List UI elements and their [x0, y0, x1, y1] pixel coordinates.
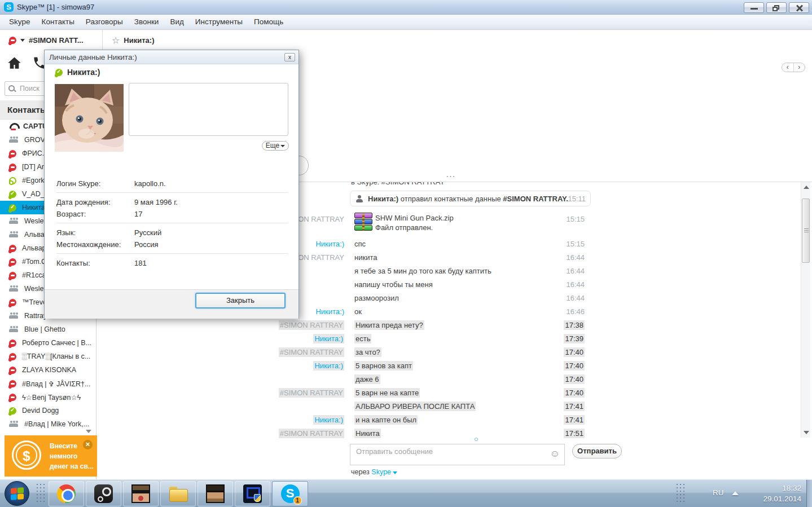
- show-desktop-button[interactable]: [806, 480, 812, 507]
- field-divider: [56, 192, 288, 193]
- message-time: 16:44: [542, 251, 585, 264]
- contact-name: Blue | Ghetto: [24, 325, 65, 333]
- show-hidden-icons-button[interactable]: [732, 491, 739, 495]
- menu-item[interactable]: Инструменты: [190, 15, 248, 29]
- message-time: 17:40: [542, 373, 585, 386]
- message-time: 16:44: [542, 264, 585, 278]
- credit-ad-banner[interactable]: $ Внесите немного денег на св... ×: [5, 435, 97, 477]
- person-icon: [356, 195, 363, 202]
- contacts-scroll-down-icon[interactable]: [86, 430, 91, 433]
- message-text: и на капте он был: [354, 413, 418, 427]
- message-sender: Никита:): [96, 332, 344, 346]
- profile-field: Местонахождение:Россия: [56, 239, 288, 250]
- menu-item[interactable]: Контакты: [36, 15, 80, 29]
- contact-row[interactable]: ░TRAY░[Кланы в с...: [0, 350, 96, 363]
- taskbar-button-mta[interactable]: [235, 481, 270, 506]
- dialog-close-button[interactable]: Закрыть: [195, 293, 286, 308]
- dnd-status-icon: [9, 258, 16, 266]
- minimize-button[interactable]: [744, 2, 764, 13]
- contact-row[interactable]: #Влад | ✞ JÅVIΣR†...: [0, 377, 96, 390]
- message-text: спс: [354, 237, 366, 251]
- contact-name: #R1cca: [22, 271, 46, 279]
- message-row: АЛЬВАРО РИВЕРА ПОСЛЕ КАПТА17:41: [96, 400, 812, 413]
- menu-item[interactable]: Skype: [3, 15, 36, 29]
- message-sender: #SIMON RATTRAY: [96, 386, 344, 400]
- nav-back-button[interactable]: ‹: [782, 63, 794, 72]
- taskbar-button-chrome[interactable]: [49, 481, 84, 506]
- dnd-status-icon: [9, 353, 16, 360]
- contact-row[interactable]: Blue | Ghetto: [0, 323, 96, 336]
- online-status-icon: ✓: [9, 407, 16, 415]
- scroll-thumb[interactable]: [802, 199, 810, 263]
- scroll-down-icon[interactable]: [804, 431, 809, 434]
- message-text: я тебе за 5 мин до того как буду каптить: [354, 264, 491, 278]
- tray-grip: [676, 483, 685, 504]
- contact-row[interactable]: ϟ☆Benj Taysøn☆ϟ: [0, 390, 96, 404]
- message-sender: #SIMON RATTRAY: [96, 427, 344, 438]
- taskbar-button-steam[interactable]: [86, 481, 121, 506]
- contact-name: Альвар: [22, 244, 46, 252]
- taskbar-clock[interactable]: 18:32 29.01.2014: [748, 483, 801, 504]
- menu-item[interactable]: Звонки: [129, 15, 165, 29]
- caret-down-icon[interactable]: [393, 471, 397, 474]
- contact-row[interactable]: #Влад | Mike York,...: [0, 417, 96, 431]
- message-sender: Никита:): [96, 413, 344, 427]
- home-button[interactable]: [7, 55, 22, 76]
- steam-icon: [94, 484, 113, 503]
- tab-label: Никита:): [124, 36, 154, 45]
- history-divider-dots[interactable]: ...: [446, 170, 456, 179]
- online-status-icon: ✓: [55, 69, 63, 76]
- scroll-up-icon[interactable]: [804, 186, 809, 189]
- field-label: Дата рождения:: [56, 196, 134, 208]
- ad-close-icon[interactable]: ×: [83, 440, 93, 449]
- language-indicator[interactable]: RU: [713, 488, 724, 497]
- emoticon-picker-icon[interactable]: ☺: [550, 448, 560, 460]
- message-input[interactable]: [355, 447, 536, 456]
- contact-row[interactable]: Роберто Санчес | В...: [0, 336, 96, 350]
- taskbar-button-photo2[interactable]: [197, 481, 233, 506]
- tab-conversation-1[interactable]: ☆Никита:): [103, 30, 163, 51]
- message-text: есть: [354, 332, 371, 346]
- dnd-status-icon: [9, 394, 16, 401]
- start-button[interactable]: [5, 481, 29, 506]
- tab-conversation-0[interactable]: #SIMON RATT...: [0, 30, 103, 51]
- dialog-close-icon[interactable]: x: [284, 53, 295, 61]
- contact-row[interactable]: ZLAYA KISONKA: [0, 363, 96, 377]
- dnd-status-icon: [9, 340, 16, 347]
- contact-name: ZLAYA KISONKA: [22, 366, 76, 374]
- taskbar-button-folder[interactable]: [160, 481, 196, 506]
- message-time: 15:11: [552, 195, 586, 203]
- profile-contact-name: Никита:): [67, 68, 100, 77]
- photo1-icon: [131, 484, 150, 503]
- unread-badge: 1: [293, 496, 302, 505]
- menu-item[interactable]: Вид: [164, 15, 189, 29]
- taskbar-button-photo1[interactable]: [123, 481, 159, 506]
- message-time: 16:46: [542, 305, 585, 319]
- restore-button[interactable]: [766, 2, 787, 13]
- message-row: #SIMON RATTRAY5 варн не на капте17:40: [96, 386, 812, 400]
- more-button[interactable]: Еще: [262, 141, 289, 151]
- message-input-box[interactable]: ☺: [350, 444, 565, 465]
- folder-icon: [169, 484, 187, 503]
- profile-field: Дата рождения:9 мая 1996 г.: [56, 196, 288, 208]
- group-contact-icon: [9, 312, 19, 320]
- nav-forward-button[interactable]: ›: [794, 63, 805, 72]
- close-button[interactable]: [789, 2, 809, 13]
- via-skype-link[interactable]: Skype: [371, 468, 391, 476]
- dnd-status-icon: [9, 299, 16, 306]
- menu-item[interactable]: Разговоры: [80, 15, 129, 29]
- message-row: #SIMON RATTRAYНикита преда нету?17:38: [96, 319, 812, 332]
- photo2-icon: [206, 484, 225, 503]
- skype-dnd-status-icon: [9, 37, 16, 44]
- taskbar-button-skype[interactable]: S1: [272, 481, 308, 506]
- field-value: Русский: [134, 227, 161, 239]
- file-name[interactable]: SHW Mini Gun Pack.zip: [375, 214, 454, 222]
- group-contact-icon: [9, 421, 19, 428]
- chat-scrollbar[interactable]: [801, 182, 810, 438]
- contact-row[interactable]: ✓Devid Dogg: [0, 404, 96, 417]
- mood-message-box[interactable]: [129, 83, 288, 136]
- capture-icon: [9, 122, 17, 130]
- send-button[interactable]: Отправить: [572, 444, 622, 458]
- menu-bar: SkypeКонтактыРазговорыЗвонкиВидИнструмен…: [0, 15, 812, 30]
- menu-item[interactable]: Помощь: [248, 15, 289, 29]
